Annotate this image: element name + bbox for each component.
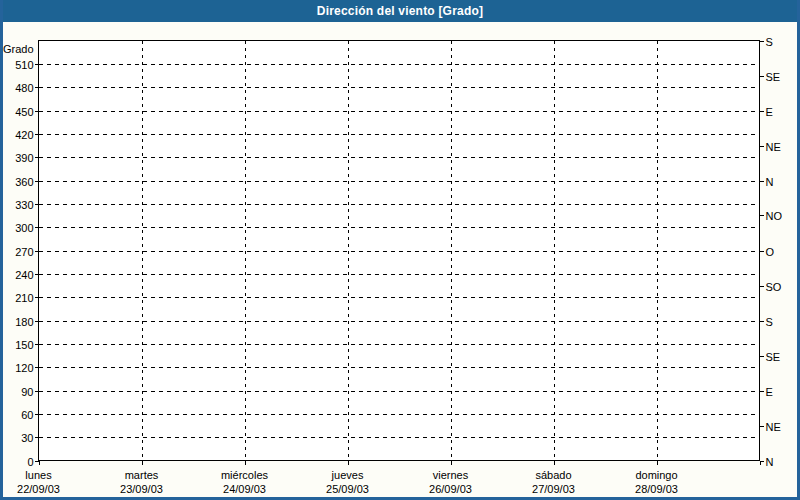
compass-tick-label: N: [766, 456, 774, 468]
compass-tick-label: SE: [766, 71, 781, 83]
date-label: 22/09/03: [17, 483, 60, 495]
y-tick-label: 150: [15, 339, 33, 351]
date-label: 28/09/03: [635, 483, 678, 495]
y-tick-label: 120: [15, 362, 33, 374]
y-tick-label: 360: [15, 176, 33, 188]
y-axis-unit-label: Grado: [3, 43, 34, 55]
date-label: 25/09/03: [326, 483, 369, 495]
day-label: viernes: [433, 469, 469, 481]
compass-tick-label: NE: [766, 421, 781, 433]
chart-title-bar: Dirección del viento [Grado]: [3, 0, 797, 22]
y-tick-label: 420: [15, 129, 33, 141]
day-label: domingo: [635, 469, 677, 481]
y-tick-label: 210: [15, 292, 33, 304]
y-tick-label: 90: [21, 386, 33, 398]
y-tick-label: 270: [15, 246, 33, 258]
date-label: 27/09/03: [532, 483, 575, 495]
compass-tick-label: SO: [766, 281, 782, 293]
day-label: sábado: [535, 469, 571, 481]
compass-tick-label: S: [766, 36, 773, 48]
compass-tick-label: E: [766, 386, 773, 398]
date-label: 26/09/03: [429, 483, 472, 495]
y-tick-label: 240: [15, 269, 33, 281]
y-tick-label: 30: [21, 432, 33, 444]
y-tick-label: 0: [27, 456, 33, 468]
wind-direction-chart: 0306090120150180210240270300330360390420…: [3, 22, 797, 497]
y-tick-label: 390: [15, 152, 33, 164]
compass-tick-label: NE: [766, 141, 781, 153]
y-tick-label: 180: [15, 316, 33, 328]
compass-tick-label: E: [766, 106, 773, 118]
day-label: lunes: [25, 469, 52, 481]
compass-tick-label: S: [766, 316, 773, 328]
chart-window: Dirección del viento [Grado] 03060901201…: [0, 0, 800, 500]
y-tick-label: 510: [15, 59, 33, 71]
chart-title: Dirección del viento [Grado]: [317, 4, 483, 18]
compass-tick-label: SE: [766, 351, 781, 363]
y-tick-label: 330: [15, 199, 33, 211]
y-tick-label: 480: [15, 82, 33, 94]
compass-tick-label: N: [766, 176, 774, 188]
y-tick-label: 300: [15, 222, 33, 234]
compass-tick-label: O: [766, 246, 775, 258]
day-label: miércoles: [221, 469, 269, 481]
y-tick-label: 60: [21, 409, 33, 421]
date-label: 24/09/03: [223, 483, 266, 495]
day-label: jueves: [331, 469, 364, 481]
compass-tick-label: NO: [766, 210, 783, 222]
plot-background: [39, 41, 760, 461]
y-tick-label: 450: [15, 106, 33, 118]
day-label: martes: [125, 469, 159, 481]
date-label: 23/09/03: [120, 483, 163, 495]
chart-area: 0306090120150180210240270300330360390420…: [3, 22, 797, 497]
